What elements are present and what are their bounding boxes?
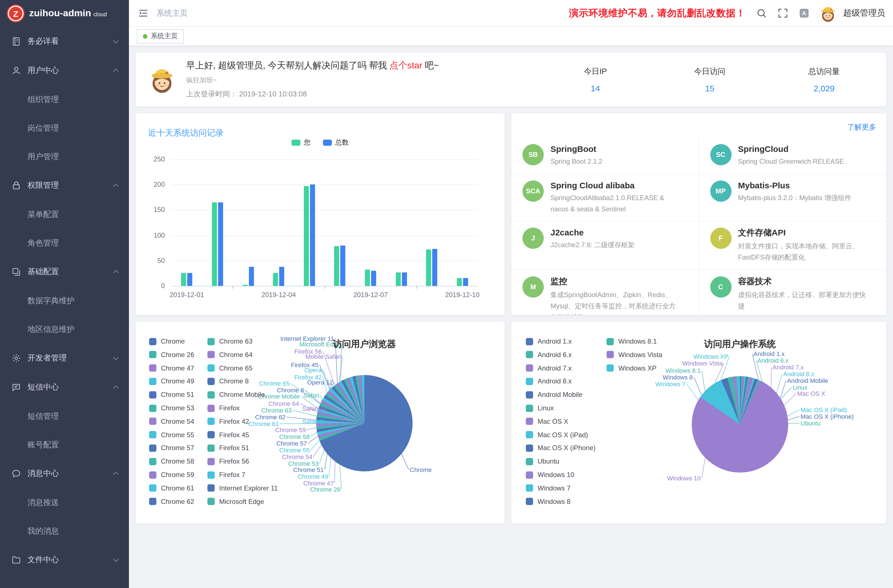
tech-item-5[interactable]: F文件存储API封装文件接口，实现本地存储、阿里云、FastDFS存储的配置化 bbox=[699, 221, 886, 270]
star-link[interactable]: 点个star bbox=[389, 60, 422, 70]
legend-item[interactable]: Windows Vista bbox=[607, 350, 662, 359]
pie-chart[interactable] bbox=[692, 376, 788, 472]
legend-item[interactable]: Firefox 42 bbox=[207, 417, 249, 426]
sidebar-item-label: 短信中心 bbox=[27, 382, 114, 393]
gridline bbox=[171, 159, 478, 160]
sidebar-subitem[interactable]: 用户管理 bbox=[0, 142, 129, 171]
sidebar-subitem[interactable]: 角色管理 bbox=[0, 229, 129, 257]
avatar[interactable] bbox=[818, 4, 837, 23]
legend-item[interactable]: Internet Explorer 11 bbox=[207, 484, 278, 493]
legend-item[interactable]: Android 6.x bbox=[526, 350, 571, 359]
sidebar-item-1[interactable]: 用户中心 bbox=[0, 56, 129, 85]
sidebar-subitem[interactable]: 岗位管理 bbox=[0, 114, 129, 142]
legend-item[interactable]: Chrome 47 bbox=[149, 364, 194, 373]
fullscreen-icon[interactable] bbox=[777, 8, 788, 18]
tech-item-0[interactable]: SBSpringBootSpring Boot 2.1.2 bbox=[511, 138, 699, 174]
legend-item-you[interactable]: 您 bbox=[292, 138, 311, 147]
legend-item[interactable]: Chrome 57 bbox=[149, 444, 194, 453]
legend-swatch bbox=[207, 351, 215, 358]
logo[interactable]: Z zuihou-admincloud bbox=[0, 0, 129, 27]
legend-item[interactable]: Windows 8 bbox=[526, 497, 570, 506]
sidebar-item-4[interactable]: 开发者管理 bbox=[0, 344, 129, 373]
sidebar-item-label: 用户中心 bbox=[27, 66, 114, 76]
sidebar-item-7[interactable]: 文件中心 bbox=[0, 545, 129, 574]
sidebar-subitem[interactable]: 消息推送 bbox=[0, 488, 129, 517]
legend-item[interactable]: Firefox 45 bbox=[207, 430, 249, 439]
legend-item[interactable]: Firefox 56 bbox=[207, 457, 249, 466]
sidebar-subitem[interactable]: 短信管理 bbox=[0, 402, 129, 430]
charts-row: 近十天系统访问记录 您 总数 0501001502002502019-12-01… bbox=[136, 113, 886, 315]
legend-item[interactable]: Chrome 58 bbox=[149, 457, 194, 466]
legend-item[interactable]: Windows 8.1 bbox=[607, 337, 657, 346]
tech-item-4[interactable]: JJ2cacheJ2cache2.7.8: 二级缓存框架 bbox=[511, 221, 699, 270]
pie-chart[interactable] bbox=[316, 375, 413, 471]
legend-swatch bbox=[207, 471, 215, 478]
legend-item-total[interactable]: 总数 bbox=[323, 138, 349, 147]
legend-item[interactable]: Chrome 54 bbox=[149, 417, 194, 426]
sidebar-item-0[interactable]: 务必详看 bbox=[0, 27, 129, 56]
legend-item[interactable]: Mac OS X (iPad) bbox=[526, 430, 588, 439]
legend-item[interactable]: Chrome Mobile bbox=[207, 390, 265, 399]
tech-item-2[interactable]: SCASpring Cloud alibabaSpringCloudAlibab… bbox=[511, 174, 699, 221]
legend-item[interactable]: Android 1.x bbox=[526, 337, 571, 346]
legend-item[interactable]: Firefox bbox=[207, 404, 240, 412]
legend-item[interactable]: Chrome 63 bbox=[207, 337, 253, 346]
gridline bbox=[171, 184, 478, 185]
legend-item[interactable]: Chrome 49 bbox=[149, 377, 194, 386]
learn-more-link[interactable]: 了解更多 bbox=[847, 122, 876, 132]
folder-icon bbox=[11, 555, 21, 565]
tech-desc: Mybatis-plus 3.2.0：Mybatis 增强组件 bbox=[738, 193, 851, 204]
sidebar-subitem[interactable]: 数据字典维护 bbox=[0, 286, 129, 315]
user-icon bbox=[11, 66, 21, 76]
tech-item-3[interactable]: MPMybatis-PlusMybatis-plus 3.2.0：Mybatis… bbox=[699, 174, 886, 221]
legend-item[interactable]: Chrome 62 bbox=[149, 497, 194, 506]
legend-item[interactable]: Firefox 7 bbox=[207, 470, 245, 479]
sidebar-subitem[interactable]: 账号配置 bbox=[0, 430, 129, 459]
tab-home[interactable]: 系统主页 bbox=[137, 29, 184, 44]
tech-item-1[interactable]: SCSpringCloudSpring Cloud Greenwich.RELE… bbox=[699, 138, 886, 174]
legend-swatch bbox=[207, 431, 215, 438]
legend-item[interactable]: Mac OS X bbox=[526, 417, 568, 426]
sidebar-item-5[interactable]: 短信中心 bbox=[0, 373, 129, 402]
legend-item[interactable]: Linux bbox=[526, 404, 553, 412]
search-icon[interactable] bbox=[756, 8, 767, 18]
tech-item-6[interactable]: M监控集成SpringBootAdmin、Zipkin、Redis、Mysql、… bbox=[511, 270, 699, 315]
legend-item[interactable]: Chrome 55 bbox=[149, 430, 194, 439]
sidebar-subitem[interactable]: 地区信息维护 bbox=[0, 315, 129, 344]
legend-item[interactable]: Chrome 65 bbox=[207, 364, 253, 373]
legend-item[interactable]: Windows XP bbox=[607, 364, 657, 373]
pie-label: Safari bbox=[303, 392, 320, 399]
legend-swatch bbox=[149, 498, 156, 505]
legend-item[interactable]: Microsoft Edge bbox=[207, 497, 264, 506]
legend-item[interactable]: Chrome 61 bbox=[149, 484, 194, 493]
legend-item[interactable]: Firefox 51 bbox=[207, 444, 249, 453]
font-size-icon[interactable]: A bbox=[799, 8, 809, 18]
legend-item[interactable]: Windows 10 bbox=[526, 470, 574, 479]
hamburger-icon[interactable] bbox=[138, 8, 149, 18]
legend-label: Firefox 45 bbox=[219, 431, 249, 439]
legend-item[interactable]: Android Mobile bbox=[526, 390, 582, 399]
sidebar-subitem[interactable]: 菜单配置 bbox=[0, 200, 129, 229]
legend-item[interactable]: Mac OS X (iPhone) bbox=[526, 444, 595, 453]
legend-item[interactable]: Chrome 64 bbox=[207, 350, 253, 359]
legend-item[interactable]: Ubuntu bbox=[526, 457, 559, 466]
tech-item-7[interactable]: C容器技术虚拟化容器技术，让迁移、部署更加方便快捷 bbox=[699, 270, 886, 315]
legend-item[interactable]: Chrome 59 bbox=[149, 470, 194, 479]
breadcrumb[interactable]: 系统主页 bbox=[156, 8, 188, 18]
sidebar-item-6[interactable]: 消息中心 bbox=[0, 459, 129, 488]
sidebar-subitem[interactable]: 组织管理 bbox=[0, 85, 129, 114]
legend-item[interactable]: Android 7.x bbox=[526, 364, 571, 373]
sidebar-item-3[interactable]: 基础配置 bbox=[0, 257, 129, 286]
legend-item[interactable]: Chrome 8 bbox=[207, 377, 249, 386]
pie-label: Chrome 47 bbox=[303, 480, 334, 487]
legend-item[interactable]: Android 8.x bbox=[526, 377, 571, 386]
sidebar-subitem[interactable]: 我的消息 bbox=[0, 517, 129, 545]
legend-item[interactable]: Chrome 53 bbox=[149, 404, 194, 412]
username[interactable]: 超级管理员 bbox=[843, 8, 885, 18]
legend-item[interactable]: Chrome 26 bbox=[149, 350, 194, 359]
legend-item[interactable]: Chrome bbox=[149, 337, 185, 346]
legend-item[interactable]: Chrome 51 bbox=[149, 390, 194, 399]
legend-item[interactable]: Windows 7 bbox=[526, 484, 570, 493]
legend-swatch bbox=[607, 338, 614, 345]
sidebar-item-2[interactable]: 权限管理 bbox=[0, 171, 129, 200]
